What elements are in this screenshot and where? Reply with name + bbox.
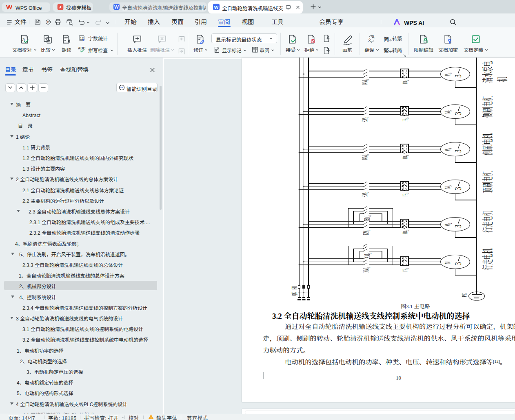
svg-text:3: 3 bbox=[453, 187, 463, 190]
svg-text:清水泵电: 清水泵电 bbox=[479, 61, 495, 83]
svg-text:KM1: KM1 bbox=[362, 267, 371, 273]
svg-text:PE: PE bbox=[461, 293, 468, 297]
svg-text:行走电机: 行走电机 bbox=[479, 211, 495, 233]
svg-text:3: 3 bbox=[453, 74, 463, 78]
svg-text:3: 3 bbox=[453, 224, 463, 228]
svg-text:KM7: KM7 bbox=[361, 117, 370, 122]
svg-text:KM5: KM5 bbox=[361, 192, 370, 197]
svg-text:FR6: FR6 bbox=[401, 80, 410, 84]
svg-text:KM8: KM8 bbox=[361, 79, 370, 84]
svg-text:ABC: ABC bbox=[78, 46, 85, 50]
svg-text:KM4: KM4 bbox=[363, 216, 373, 221]
svg-text:KM3: KM3 bbox=[362, 230, 371, 235]
svg-text:3: 3 bbox=[453, 262, 463, 265]
svg-text:FR4: FR4 bbox=[401, 155, 410, 159]
svg-text:FR1: FR1 bbox=[401, 268, 410, 271]
svg-text:KM6: KM6 bbox=[361, 154, 370, 160]
svg-text:机: 机 bbox=[493, 77, 510, 82]
svg-text:FR3: FR3 bbox=[401, 193, 410, 196]
svg-text:FU: FU bbox=[291, 286, 299, 289]
svg-text:顶刷电机: 顶刷电机 bbox=[479, 171, 495, 193]
svg-text:3: 3 bbox=[453, 112, 463, 115]
svg-text:行走电机: 行走电机 bbox=[479, 248, 495, 270]
svg-text:QK: QK bbox=[290, 292, 298, 296]
svg-text:KM2: KM2 bbox=[363, 253, 373, 258]
svg-text:3: 3 bbox=[453, 149, 463, 153]
svg-text:侧刷电机: 侧刷电机 bbox=[479, 133, 495, 156]
svg-text:P: P bbox=[47, 20, 49, 24]
svg-text:12: 12 bbox=[80, 36, 84, 40]
svg-text:侧刷电机: 侧刷电机 bbox=[479, 96, 495, 118]
svg-text:FR5: FR5 bbox=[401, 118, 410, 121]
svg-text:文: 文 bbox=[368, 37, 372, 42]
svg-text:FR2: FR2 bbox=[401, 230, 410, 234]
